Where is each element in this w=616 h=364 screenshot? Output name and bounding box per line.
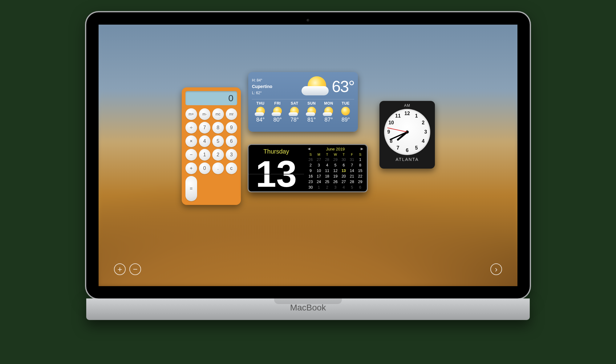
clock-ampm: AM: [379, 101, 435, 108]
calendar-dow-header: S: [356, 153, 364, 156]
calendar-day-cell[interactable]: 10: [315, 168, 323, 174]
calc-key-÷[interactable]: ÷: [185, 122, 197, 134]
clock-number: 3: [424, 129, 427, 135]
calendar-day-cell[interactable]: 27: [339, 179, 348, 185]
dashboard-info-button[interactable]: ›: [490, 263, 502, 275]
calendar-row: 2345678: [306, 162, 364, 168]
calc-key-3[interactable]: 3: [226, 149, 237, 161]
calendar-day-cell[interactable]: 3: [315, 162, 323, 168]
calendar-day-cell[interactable]: 26: [306, 157, 315, 162]
calendar-day-cell[interactable]: 31: [348, 157, 356, 162]
calendar-day-cell[interactable]: 21: [348, 174, 356, 179]
weather-day-fri: FRI80°: [269, 101, 286, 123]
calc-key-mc[interactable]: mc: [212, 108, 224, 120]
laptop-frame: 0 m+m-mcmr÷789×456−123+0.c= H: 84° Cuper…: [86, 12, 530, 320]
calc-key-.[interactable]: .: [212, 162, 224, 174]
calendar-day-cell[interactable]: 24: [315, 179, 323, 185]
calendar-day-cell[interactable]: 5: [331, 162, 340, 168]
calc-key-9[interactable]: 9: [226, 122, 237, 134]
clock-face: 121234567891011: [384, 109, 430, 155]
calculator-widget[interactable]: 0 m+m-mcmr÷789×456−123+0.c=: [182, 87, 241, 205]
clock-number: 10: [388, 120, 394, 126]
calendar-day-cell[interactable]: 22: [356, 174, 364, 179]
calc-key-c[interactable]: c: [226, 162, 237, 174]
weather-forecast-icon: [290, 107, 299, 115]
calendar-day-cell[interactable]: 13: [339, 168, 348, 174]
calendar-day-cell[interactable]: 6: [356, 185, 364, 190]
calendar-widget[interactable]: Thursday 13 ◀ June 2019 ▶ SMTWTFS 262728…: [248, 144, 368, 192]
calendar-day-cell[interactable]: 15: [356, 168, 364, 174]
weather-current-temp: 63°: [332, 77, 354, 96]
calendar-day-cell[interactable]: 7: [348, 162, 356, 168]
calendar-day-cell[interactable]: 29: [356, 179, 364, 185]
calc-key-mr[interactable]: mr: [226, 108, 237, 120]
weather-top: H: 84° Cupertino L: 62° 63°: [252, 75, 354, 98]
clock-widget[interactable]: AM 121234567891011 ATLANTA: [379, 101, 435, 169]
calendar-prev-month[interactable]: ◀: [308, 147, 310, 151]
dashboard-remove-button[interactable]: −: [129, 263, 141, 275]
calendar-day-cell[interactable]: 30: [339, 157, 348, 162]
calendar-dow-header: W: [331, 153, 340, 156]
calc-key-m+[interactable]: m+: [185, 108, 197, 120]
calendar-day-cell[interactable]: 27: [315, 157, 323, 162]
calendar-day-cell[interactable]: 18: [323, 174, 331, 179]
calc-key-7[interactable]: 7: [199, 122, 211, 134]
calc-key-6[interactable]: 6: [226, 135, 237, 147]
calendar-day-cell[interactable]: 14: [348, 168, 356, 174]
calendar-day-cell[interactable]: 12: [331, 168, 340, 174]
calendar-day-cell[interactable]: 28: [348, 179, 356, 185]
calc-key-2[interactable]: 2: [212, 149, 224, 161]
weather-forecast-icon: [324, 107, 333, 115]
clock-number: 5: [415, 145, 418, 151]
calc-key-0[interactable]: 0: [199, 162, 211, 174]
calendar-day-cell[interactable]: 6: [339, 162, 348, 168]
weather-day-name: FRI: [269, 101, 286, 106]
weather-city: Cupertino: [252, 83, 302, 90]
calc-key-8[interactable]: 8: [212, 122, 224, 134]
calendar-dow-header: M: [315, 153, 323, 156]
calendar-day-cell[interactable]: 29: [331, 157, 340, 162]
calendar-day-cell[interactable]: 9: [306, 168, 315, 174]
calendar-day-cell[interactable]: 20: [339, 174, 348, 179]
calendar-day-cell[interactable]: 3: [331, 185, 340, 190]
weather-day-mon: MON87°: [320, 101, 337, 123]
calendar-day-cell[interactable]: 8: [356, 162, 364, 168]
clock-number: 2: [422, 120, 425, 126]
calendar-day-cell[interactable]: 11: [323, 168, 331, 174]
calc-key-4[interactable]: 4: [199, 135, 211, 147]
calendar-day-cell[interactable]: 2: [323, 185, 331, 190]
dashboard-add-button[interactable]: +: [114, 263, 126, 275]
weather-day-sat: SAT78°: [286, 101, 303, 123]
weather-high: H: 84°: [252, 78, 302, 83]
weather-widget[interactable]: H: 84° Cupertino L: 62° 63° THU84°FRI80°…: [248, 72, 358, 132]
calendar-month-title: ◀ June 2019 ▶: [306, 147, 364, 151]
calendar-day-cell[interactable]: 28: [323, 157, 331, 162]
calc-key-1[interactable]: 1: [199, 149, 211, 161]
calendar-day-cell[interactable]: 1: [315, 185, 323, 190]
weather-day-thu: THU84°: [252, 101, 269, 123]
calc-key-5[interactable]: 5: [212, 135, 224, 147]
weather-location-labels: H: 84° Cupertino L: 62°: [252, 78, 302, 96]
weather-current-icon: [302, 75, 329, 98]
calendar-day-cell[interactable]: 23: [306, 179, 315, 185]
calc-key-−[interactable]: −: [185, 149, 197, 161]
calendar-day-cell[interactable]: 16: [306, 174, 315, 179]
calendar-day-cell[interactable]: 19: [331, 174, 340, 179]
calendar-day-cell[interactable]: 1: [356, 157, 364, 162]
calendar-day-cell[interactable]: 2: [306, 162, 315, 168]
calc-key-×[interactable]: ×: [185, 135, 197, 147]
calendar-day-cell[interactable]: 4: [339, 185, 348, 190]
calendar-next-month[interactable]: ▶: [361, 147, 363, 151]
clock-number: 4: [422, 138, 425, 144]
calendar-day-cell[interactable]: 30: [306, 185, 315, 190]
calc-key-+[interactable]: +: [185, 162, 197, 174]
calendar-day-cell[interactable]: 4: [323, 162, 331, 168]
calendar-day-cell[interactable]: 17: [315, 174, 323, 179]
weather-low: L: 62°: [252, 90, 302, 96]
calendar-day-cell[interactable]: 5: [348, 185, 356, 190]
clock-number: 1: [415, 113, 418, 119]
calc-key-=[interactable]: =: [185, 176, 197, 201]
calendar-day-cell[interactable]: 26: [331, 179, 340, 185]
calc-key-m-[interactable]: m-: [199, 108, 211, 120]
calendar-day-cell[interactable]: 25: [323, 179, 331, 185]
